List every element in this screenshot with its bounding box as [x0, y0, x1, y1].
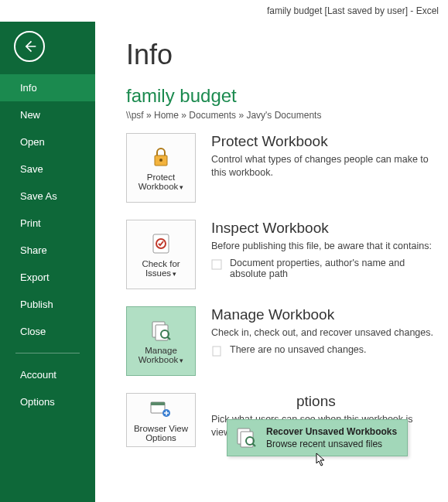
nav-export[interactable]: Export — [0, 264, 95, 291]
browser-view-icon — [149, 398, 173, 422]
protect-workbook-button[interactable]: ProtectWorkbook▾ — [126, 133, 196, 203]
browser-heading: ptions — [211, 393, 436, 410]
chevron-down-icon: ▾ — [173, 270, 176, 278]
breadcrumb: \\psf » Home » Documents » Javy's Docume… — [126, 110, 436, 121]
popup-subtitle: Browse recent unsaved files — [266, 439, 397, 449]
recover-unsaved-menu-item[interactable]: Recover Unsaved Workbooks Browse recent … — [227, 419, 408, 456]
svg-point-1 — [159, 159, 162, 162]
nav-close[interactable]: Close — [0, 318, 95, 345]
nav-save-as[interactable]: Save As — [0, 183, 95, 210]
nav-share[interactable]: Share — [0, 237, 95, 264]
svg-rect-4 — [212, 260, 221, 269]
nav-new[interactable]: New — [0, 101, 95, 128]
content-area: Info family budget \\psf » Home » Docume… — [95, 22, 448, 502]
check-icon — [149, 231, 173, 256]
title-bar: family budget [Last saved by user] - Exc… — [0, 0, 448, 22]
manage-desc: Check in, check out, and recover unsaved… — [211, 326, 436, 340]
nav-info[interactable]: Info — [0, 74, 95, 101]
backstage-view: Info New Open Save Save As Print Share E… — [0, 22, 448, 502]
title-bar-text: family budget [Last saved by user] - Exc… — [267, 5, 439, 16]
protect-desc: Control what types of changes people can… — [211, 153, 436, 179]
popup-title: Recover Unsaved Workbooks — [266, 426, 397, 437]
page-title: Info — [126, 39, 436, 71]
nav-divider — [15, 353, 80, 353]
browser-view-options-button[interactable]: Browser ViewOptions — [126, 393, 196, 447]
svg-rect-8 — [213, 347, 221, 356]
nav-open[interactable]: Open — [0, 128, 95, 155]
document-title: family budget — [126, 85, 436, 107]
sidebar: Info New Open Save Save As Print Share E… — [0, 22, 95, 502]
chevron-down-icon: ▾ — [180, 183, 183, 191]
lock-icon — [149, 145, 173, 169]
bullet-icon — [211, 259, 222, 270]
nav-publish[interactable]: Publish — [0, 291, 95, 318]
manage-workbook-button[interactable]: ManageWorkbook▾ — [126, 306, 196, 376]
nav-print[interactable]: Print — [0, 210, 95, 237]
inspect-section: Check forIssues▾ Inspect Workbook Before… — [126, 220, 436, 289]
protect-heading: Protect Workbook — [211, 133, 436, 150]
check-for-issues-button[interactable]: Check forIssues▾ — [126, 220, 196, 289]
manage-bullet: There are no unsaved changes. — [211, 344, 436, 357]
protect-section: ProtectWorkbook▾ Protect Workbook Contro… — [126, 133, 436, 203]
nav-options[interactable]: Options — [0, 388, 95, 415]
inspect-bullet: Document properties, author's name and a… — [211, 258, 436, 279]
back-button[interactable] — [14, 31, 45, 62]
manage-section: ManageWorkbook▾ Manage Workbook Check in… — [126, 306, 436, 376]
recover-icon — [235, 426, 258, 449]
chevron-down-icon: ▾ — [180, 357, 183, 364]
inspect-heading: Inspect Workbook — [211, 220, 436, 237]
nav-account[interactable]: Account — [0, 361, 95, 388]
manage-heading: Manage Workbook — [211, 306, 436, 323]
nav-save[interactable]: Save — [0, 155, 95, 183]
document-icon — [211, 346, 222, 357]
inspect-desc: Before publishing this file, be aware th… — [211, 240, 436, 253]
svg-rect-10 — [151, 402, 165, 405]
arrow-left-icon — [22, 39, 37, 54]
manage-icon — [149, 318, 173, 343]
